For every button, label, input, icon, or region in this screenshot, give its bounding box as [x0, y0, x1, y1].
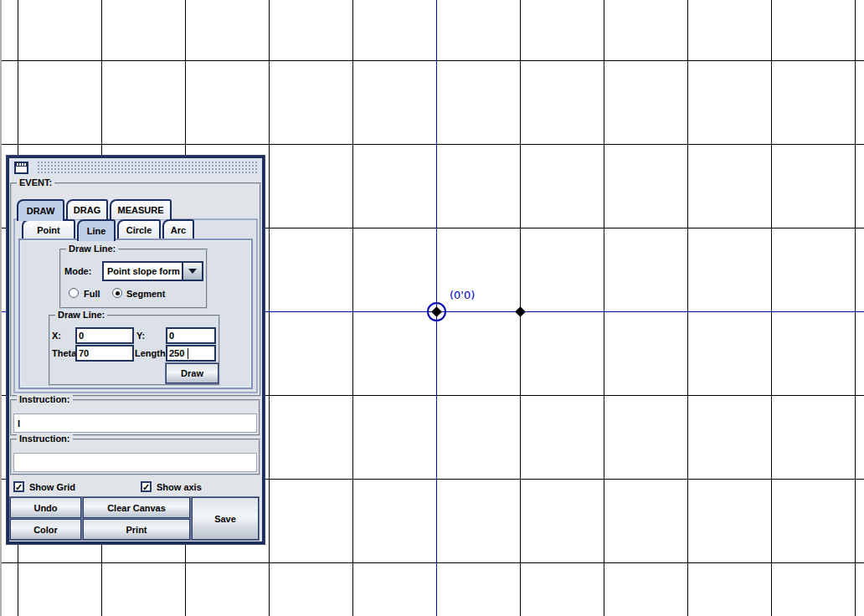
tab-drag[interactable]: DRAG — [66, 199, 108, 219]
subtab-line-label: Line — [87, 226, 106, 236]
tool-palette-window[interactable]: EVENT: DRAW DRAG MEASURE Point Line Circ… — [7, 156, 265, 544]
radio-full-label: Full — [84, 289, 100, 299]
window-icon — [14, 162, 28, 174]
instruction-group-2-title: Instruction: — [17, 434, 73, 444]
tab-draw-label: DRAW — [27, 206, 55, 216]
subtab-point[interactable]: Point — [22, 219, 75, 239]
y-input[interactable] — [166, 327, 216, 344]
save-button[interactable]: Save — [192, 497, 259, 540]
clear-canvas-button-label: Clear Canvas — [107, 503, 166, 513]
radio-segment-label: Segment — [126, 289, 165, 299]
mode-select[interactable]: Point slope form — [102, 261, 203, 281]
undo-button-label: Undo — [33, 503, 57, 513]
subtab-point-label: Point — [37, 225, 60, 235]
palette-titlebar[interactable] — [10, 159, 261, 176]
draw-line-mode-group-title: Draw Line: — [66, 244, 118, 254]
tab-draw[interactable]: DRAW — [17, 199, 64, 221]
y-label: Y: — [136, 331, 145, 341]
save-button-label: Save — [214, 514, 236, 524]
tab-drag-label: DRAG — [74, 205, 100, 215]
show-axis-checkbox[interactable]: ✓ — [141, 481, 152, 492]
draw-button-label: Draw — [181, 368, 203, 378]
subtab-circle-label: Circle — [126, 225, 152, 235]
origin-coordinate-label: (0'0) — [450, 289, 475, 301]
radio-full[interactable] — [69, 288, 79, 298]
combo-dropdown-button[interactable] — [182, 263, 202, 280]
instruction-input-2[interactable] — [13, 453, 257, 472]
window-left-edge — [0, 0, 2, 616]
radio-segment[interactable] — [112, 288, 122, 298]
show-grid-label: Show Grid — [29, 482, 75, 492]
show-grid-checkbox[interactable]: ✓ — [13, 481, 24, 492]
instruction-input-1[interactable] — [13, 413, 257, 433]
length-label: Length: — [135, 348, 168, 358]
point-marker[interactable] — [515, 306, 526, 317]
color-button[interactable]: Color — [10, 519, 81, 540]
undo-button[interactable]: Undo — [10, 497, 81, 518]
subtab-circle[interactable]: Circle — [117, 219, 161, 239]
text-caret — [188, 348, 188, 359]
print-button-label: Print — [126, 525, 147, 535]
theta-input[interactable] — [75, 345, 134, 362]
draw-button[interactable]: Draw — [166, 363, 219, 383]
app-window: (0'0) EVENT: DRAW DRAG MEASURE Point Lin… — [0, 0, 864, 616]
subtab-arc[interactable]: Arc — [162, 219, 194, 239]
tab-measure[interactable]: MEASURE — [110, 199, 172, 219]
subtab-arc-label: Arc — [171, 225, 186, 235]
titlebar-grip-texture[interactable] — [37, 161, 258, 174]
mode-selected-value: Point slope form — [104, 263, 182, 280]
x-input[interactable] — [75, 327, 134, 344]
tab-measure-label: MEASURE — [117, 205, 163, 215]
draw-line-params-group-title: Draw Line: — [55, 310, 107, 320]
length-input[interactable] — [166, 345, 216, 362]
subtab-line[interactable]: Line — [77, 219, 116, 241]
print-button[interactable]: Print — [83, 519, 190, 540]
instruction-group-1-title: Instruction: — [17, 394, 73, 404]
mode-label: Mode: — [64, 266, 91, 276]
color-button-label: Color — [33, 525, 58, 535]
event-group-title: EVENT: — [17, 177, 54, 187]
show-axis-label: Show axis — [157, 482, 202, 492]
clear-canvas-button[interactable]: Clear Canvas — [83, 497, 190, 518]
x-label: X: — [52, 331, 61, 341]
chevron-down-icon — [188, 269, 197, 274]
